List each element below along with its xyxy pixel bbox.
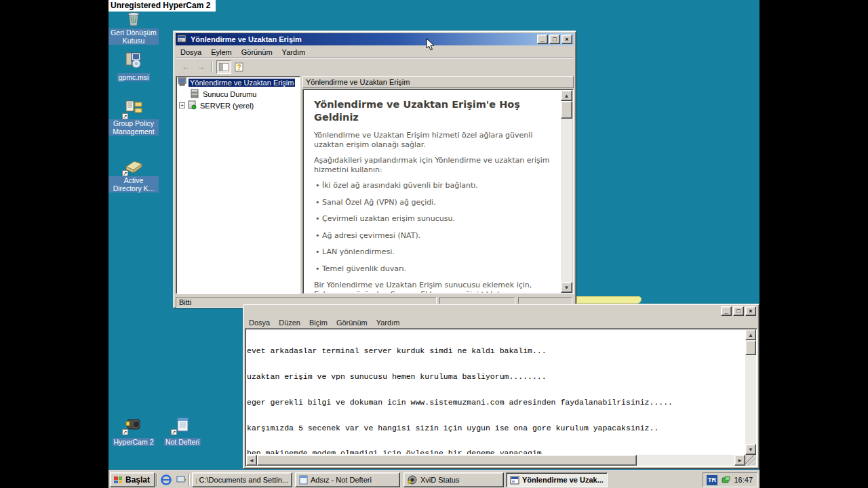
welcome-content: Yönlendirme ve Uzaktan Erişim'e Hoş Geld… bbox=[304, 90, 561, 293]
shortcut-arrow-icon: ↗ bbox=[122, 170, 128, 176]
minimize-button[interactable]: _ bbox=[721, 306, 732, 316]
text-line: karşımızda 5 secenek var ve hangisi sizi… bbox=[247, 424, 745, 433]
scroll-up-icon[interactable]: ▲ bbox=[745, 329, 756, 340]
language-indicator[interactable]: TR bbox=[707, 475, 717, 485]
mouse-cursor bbox=[426, 38, 435, 52]
menu-eylem[interactable]: Eylem bbox=[206, 47, 237, 58]
tree-item-root[interactable]: Yönlendirme ve Uzaktan Erişim bbox=[176, 77, 300, 88]
taskbar-button-label: Yönlendirme ve Uzak... bbox=[522, 476, 604, 484]
ie-quicklaunch-icon[interactable] bbox=[160, 474, 172, 486]
text-line: uzaktan erişim ve vpn sunucusu hemen kur… bbox=[247, 373, 745, 382]
menu-dosya[interactable]: Dosya bbox=[176, 47, 206, 58]
results-pane-header: Yönlendirme ve Uzaktan Erişim bbox=[302, 76, 574, 88]
console-tree-toggle-icon[interactable] bbox=[216, 60, 231, 74]
maximize-button[interactable]: □ bbox=[549, 35, 560, 44]
mmc-titlebar[interactable]: Yönlendirme ve Uzaktan Erişim _ □ × bbox=[176, 33, 574, 45]
mmc-icon bbox=[510, 476, 519, 485]
menu-duzen[interactable]: Düzen bbox=[275, 318, 305, 327]
hypercam-icon: ↗ bbox=[123, 415, 144, 434]
welcome-paragraph: Aşağıdakileri yapılandırmak için Yönlend… bbox=[314, 156, 554, 174]
taskbar-button-label: XviD Status bbox=[420, 476, 459, 484]
close-button[interactable]: × bbox=[561, 35, 572, 44]
start-button[interactable]: Başlat bbox=[110, 472, 155, 487]
welcome-bullet: Sanal Özel Ağ (VPN) ağ geçidi. bbox=[315, 198, 554, 207]
mmc-right-pane: Yönlendirme ve Uzaktan Erişim Yönlendirm… bbox=[302, 76, 574, 294]
scroll-right-icon[interactable]: ► bbox=[734, 455, 745, 466]
console-tree-pane[interactable]: Yönlendirme ve Uzaktan Erişim Sunucu Dur… bbox=[176, 76, 300, 294]
text-line: evet arkadaslar terminal server kurduk s… bbox=[247, 347, 745, 356]
menu-yardim[interactable]: Yardım bbox=[277, 47, 311, 58]
menu-yardim[interactable]: Yardım bbox=[372, 318, 405, 327]
help-icon[interactable]: ? bbox=[231, 60, 246, 74]
tree-item-label: Sunucu Durumu bbox=[203, 90, 257, 98]
shortcut-arrow-icon: ↗ bbox=[122, 429, 128, 435]
desktop-icon-label: gpmc.msi bbox=[117, 73, 151, 81]
desktop-icon-gpmc-msi[interactable]: gpmc.msi bbox=[108, 50, 159, 83]
desktop-icon-active-directory[interactable]: ↗ Active Directory K... bbox=[108, 156, 159, 194]
clock[interactable]: 16:47 bbox=[734, 476, 753, 484]
server-status-icon bbox=[190, 89, 201, 100]
menu-gorunum[interactable]: Görünüm bbox=[332, 318, 372, 327]
system-tray: TR 16:47 bbox=[703, 472, 757, 487]
tray-status-icon[interactable] bbox=[721, 475, 730, 485]
group-policy-icon: ↗ bbox=[123, 99, 144, 118]
taskbar-button-explorer[interactable]: C:\Documents and Settin... bbox=[192, 472, 292, 487]
xvid-icon bbox=[408, 475, 418, 485]
shortcut-arrow-icon: ↗ bbox=[122, 113, 128, 119]
taskbar-button-notepad[interactable]: Adsız - Not Defteri bbox=[295, 472, 400, 487]
desktop-icon-hypercam[interactable]: ↗ HyperCam 2 bbox=[108, 415, 159, 447]
taskbar-button-xvid[interactable]: XviD Status bbox=[403, 472, 504, 487]
welcome-paragraph: Yönlendirme ve Uzaktan Erişim hizmeti öz… bbox=[314, 131, 554, 149]
forward-icon[interactable]: → bbox=[193, 60, 208, 74]
welcome-bullet: Temel güvenlik duvarı. bbox=[315, 264, 554, 274]
taskbar: Başlat C:\Documents and Settin... Adsız … bbox=[108, 470, 760, 488]
server-icon bbox=[187, 100, 198, 111]
scrollbar-thumb[interactable] bbox=[257, 455, 637, 466]
menu-gorunum[interactable]: Görünüm bbox=[237, 47, 277, 58]
menu-dosya[interactable]: Dosya bbox=[245, 318, 275, 327]
notepad-hscrollbar[interactable]: ◄ ► bbox=[246, 455, 745, 466]
menu-bicim[interactable]: Biçim bbox=[305, 318, 332, 327]
show-desktop-icon[interactable] bbox=[175, 474, 187, 486]
notepad-icon: ↗ bbox=[172, 415, 193, 434]
installer-icon bbox=[123, 50, 144, 69]
notepad-edit-area[interactable]: evet arkadaslar terminal server kurduk s… bbox=[245, 328, 757, 467]
results-scrollbar[interactable]: ▲ ▼ bbox=[561, 90, 572, 293]
background-window-sliver bbox=[576, 296, 642, 304]
mmc-menubar: Dosya Eylem Görünüm Yardım bbox=[176, 45, 574, 58]
notepad-vscrollbar[interactable]: ▲ ▼ bbox=[745, 329, 756, 455]
desktop-icon-group-policy[interactable]: ↗ Group Policy Management bbox=[108, 99, 159, 137]
scroll-left-icon[interactable]: ◄ bbox=[246, 455, 257, 466]
mmc-body: Yönlendirme ve Uzaktan Erişim Sunucu Dur… bbox=[176, 76, 574, 294]
notepad-text: evet arkadaslar terminal server kurduk s… bbox=[247, 330, 745, 454]
desktop-icon-label: Active Directory K... bbox=[108, 176, 159, 192]
taskbar-button-mmc-active[interactable]: Yönlendirme ve Uzak... bbox=[506, 472, 608, 487]
resize-grip[interactable] bbox=[745, 455, 756, 466]
results-pane: Yönlendirme ve Uzaktan Erişim'e Hoş Geld… bbox=[302, 89, 574, 294]
minimize-button[interactable]: _ bbox=[537, 35, 548, 44]
tree-item-sunucu-durumu[interactable]: Sunucu Durumu bbox=[176, 88, 300, 100]
taskbar-button-label: Adsız - Not Defteri bbox=[311, 476, 372, 484]
desktop-icon-recycle-bin[interactable]: Geri Dönüşüm Kutusu bbox=[108, 8, 159, 46]
scrollbar-thumb[interactable] bbox=[745, 340, 756, 355]
notepad-titlebar[interactable]: _ □ × bbox=[245, 306, 757, 317]
scroll-down-icon[interactable]: ▼ bbox=[745, 444, 756, 455]
maximize-button[interactable]: □ bbox=[733, 306, 744, 316]
tree-item-server-yerel[interactable]: + SERVER (yerel) bbox=[176, 100, 300, 111]
desktop-icon-label: Not Defteri bbox=[164, 438, 201, 446]
welcome-bullet: LAN yönlendirmesi. bbox=[315, 247, 554, 257]
close-button[interactable]: × bbox=[745, 306, 756, 316]
windows-logo-icon bbox=[113, 476, 123, 484]
notepad-icon bbox=[299, 475, 308, 485]
back-icon[interactable]: ← bbox=[178, 60, 193, 74]
tree-item-label: Yönlendirme ve Uzaktan Erişim bbox=[189, 79, 295, 87]
desktop[interactable]: Unregistered HyperCam 2 Geri Dönüşüm Kut… bbox=[108, 0, 760, 488]
scrollbar-thumb[interactable] bbox=[561, 101, 572, 119]
desktop-icon-not-defteri[interactable]: ↗ Not Defteri bbox=[157, 415, 208, 447]
svg-text:?: ? bbox=[237, 64, 241, 71]
scroll-down-icon[interactable]: ▼ bbox=[561, 282, 572, 293]
scroll-up-icon[interactable]: ▲ bbox=[561, 90, 572, 101]
text-line: ben makinemde modem olmadigi için öylesi… bbox=[247, 449, 745, 454]
notepad-window: _ □ × Dosya Düzen Biçim Görünüm Yardım e… bbox=[243, 304, 760, 469]
tree-expander-icon[interactable]: + bbox=[179, 102, 185, 108]
